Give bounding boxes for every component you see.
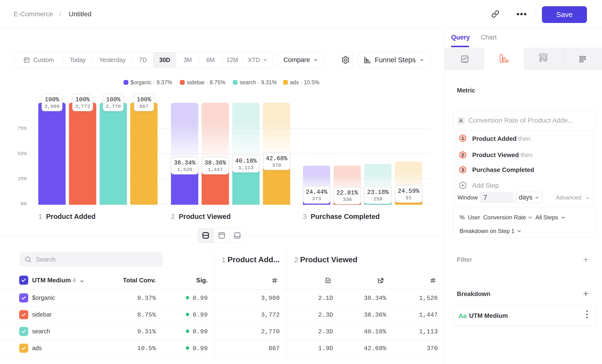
svg-text:3: 3 [462, 167, 464, 172]
svg-text:1: 1 [462, 136, 464, 141]
svg-text:2: 2 [462, 152, 464, 158]
